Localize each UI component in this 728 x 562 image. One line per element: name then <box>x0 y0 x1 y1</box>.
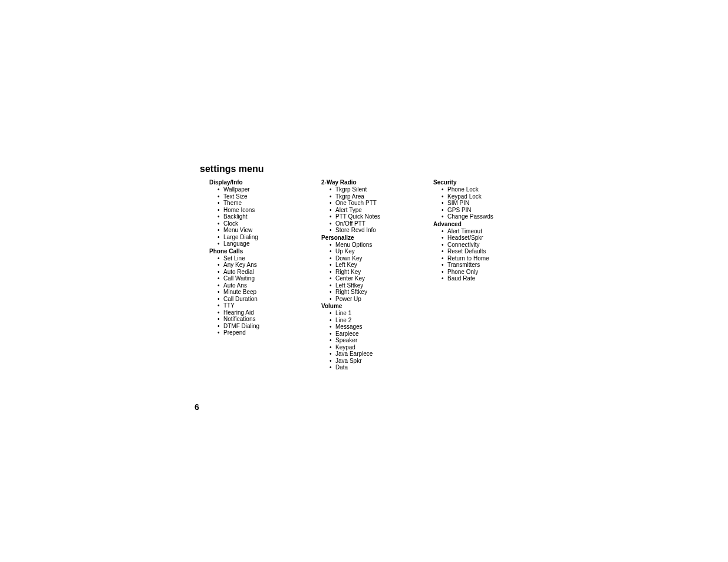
list-item: Line 1 <box>335 310 424 317</box>
list-item: DTMF Dialing <box>223 323 312 330</box>
list-item: One Touch PTT <box>335 200 424 207</box>
list-item: Wallpaper <box>223 186 312 193</box>
list-item: Left Key <box>335 262 424 269</box>
list-item: Down Key <box>335 255 424 262</box>
section-items: WallpaperText SizeThemeHome IconsBacklig… <box>200 186 312 247</box>
list-item: GPS PIN <box>447 207 536 214</box>
section-phone-calls: Phone CallsSet LineAny Key AnsAuto Redia… <box>200 248 312 336</box>
list-item: Any Key Ans <box>223 262 312 269</box>
list-item: Java Spkr <box>335 358 424 365</box>
list-item: Right Sftkey <box>335 289 424 296</box>
section-items: Set LineAny Key AnsAuto RedialCall Waiti… <box>200 255 312 336</box>
list-item: Headset/Spkr <box>447 234 536 242</box>
list-item: Connectivity <box>447 242 536 249</box>
list-item: Data <box>335 364 424 371</box>
page-title: settings menu <box>200 164 548 174</box>
section-items: Tkgrp SilentTkgrp AreaOne Touch PTTAlert… <box>312 186 424 234</box>
section-items: Alert TimeoutHeadset/SpkrConnectivityRes… <box>424 228 536 282</box>
list-item: Backlight <box>223 213 312 220</box>
list-item: Set Line <box>223 255 312 262</box>
list-item: Phone Lock <box>447 186 536 193</box>
list-item: Prepend <box>223 329 312 336</box>
list-item: Keypad <box>335 344 424 351</box>
list-item: Menu View <box>223 227 312 234</box>
page-number: 6 <box>195 402 199 412</box>
list-item: Notifications <box>223 316 312 323</box>
section-header: Security <box>424 179 536 186</box>
list-item: Baud Rate <box>447 275 536 282</box>
list-item: Auto Ans <box>223 282 312 289</box>
list-item: Alert Timeout <box>447 228 536 235</box>
list-item: Theme <box>223 200 312 207</box>
section-volume: VolumeLine 1Line 2MessagesEarpieceSpeake… <box>312 303 424 371</box>
section-header: Personalize <box>312 234 424 241</box>
list-item: Java Earpiece <box>335 351 424 358</box>
list-item: Large Dialing <box>223 234 312 241</box>
section-header: Advanced <box>424 221 536 227</box>
list-item: Power Up <box>335 296 424 303</box>
list-item: Text Size <box>223 193 312 200</box>
list-item: Auto Redial <box>223 269 312 276</box>
section-personalize: PersonalizeMenu OptionsUp KeyDown KeyLef… <box>312 234 424 303</box>
list-item: Keypad Lock <box>447 193 536 200</box>
list-item: Change Passwds <box>447 213 536 220</box>
list-item: Messages <box>335 323 424 330</box>
section-header: Phone Calls <box>200 248 312 254</box>
section-advanced: AdvancedAlert TimeoutHeadset/SpkrConnect… <box>424 221 536 282</box>
list-item: SIM PIN <box>447 200 536 207</box>
section-security: SecurityPhone LockKeypad LockSIM PINGPS … <box>424 179 536 220</box>
list-item: Alert Type <box>335 207 424 214</box>
list-item: Reset Defaults <box>447 248 536 255</box>
list-item: Store Rcvd Info <box>335 227 424 234</box>
column-2: SecurityPhone LockKeypad LockSIM PINGPS … <box>424 179 536 372</box>
list-item: Call Waiting <box>223 275 312 282</box>
list-item: Up Key <box>335 248 424 255</box>
section-header: Volume <box>312 303 424 309</box>
list-item: Call Duration <box>223 296 312 303</box>
list-item: Speaker <box>335 337 424 344</box>
list-item: Center Key <box>335 275 424 282</box>
list-item: Tkgrp Silent <box>335 186 424 193</box>
section-items: Line 1Line 2MessagesEarpieceSpeakerKeypa… <box>312 310 424 371</box>
list-item: Earpiece <box>335 330 424 338</box>
list-item: Menu Options <box>335 242 424 249</box>
section-header: 2-Way Radio <box>312 179 424 186</box>
list-item: Line 2 <box>335 317 424 324</box>
list-item: Minute Beep <box>223 289 312 296</box>
section-items: Menu OptionsUp KeyDown KeyLeft KeyRight … <box>312 242 424 303</box>
list-item: Clock <box>223 220 312 227</box>
list-item: TTY <box>223 302 312 309</box>
list-item: Right Key <box>335 269 424 276</box>
column-1: 2-Way RadioTkgrp SilentTkgrp AreaOne Tou… <box>312 179 424 372</box>
list-item: Tkgrp Area <box>335 193 424 200</box>
list-item: Phone Only <box>447 269 536 276</box>
column-0: Display/InfoWallpaperText SizeThemeHome … <box>200 179 312 372</box>
list-item: On/Off PTT <box>335 220 424 227</box>
list-item: Language <box>223 240 312 247</box>
list-item: Home Icons <box>223 207 312 214</box>
list-item: PTT Quick Notes <box>335 213 424 220</box>
columns-container: Display/InfoWallpaperText SizeThemeHome … <box>200 179 548 372</box>
section-display-info: Display/InfoWallpaperText SizeThemeHome … <box>200 179 312 247</box>
section-2-way-radio: 2-Way RadioTkgrp SilentTkgrp AreaOne Tou… <box>312 179 424 234</box>
section-header: Display/Info <box>200 179 312 186</box>
list-item: Return to Home <box>447 255 536 262</box>
section-items: Phone LockKeypad LockSIM PINGPS PINChang… <box>424 186 536 220</box>
list-item: Left Sftkey <box>335 282 424 289</box>
list-item: Transmitters <box>447 262 536 269</box>
list-item: Hearing Aid <box>223 309 312 316</box>
settings-menu-page: settings menu Display/InfoWallpaperText … <box>200 164 548 372</box>
